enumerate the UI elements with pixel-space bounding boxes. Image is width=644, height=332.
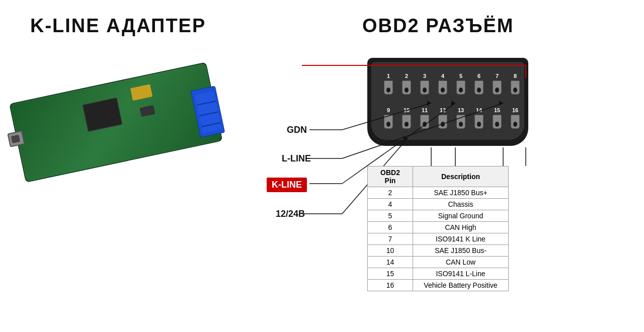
pin-description: Vehicle Battery Positive <box>413 280 509 291</box>
table-row: 16Vehicle Battery Positive <box>368 280 509 291</box>
pin-description: Chassis <box>413 199 509 210</box>
pin-number: 7 <box>368 233 413 245</box>
pin-13: 13 <box>456 107 465 129</box>
table-header-pin: OBD2 Pin <box>368 167 413 187</box>
pin-4: 4 <box>438 73 447 95</box>
table-row: 5Signal Ground <box>368 210 509 222</box>
title-left: K-LINE АДАПТЕР <box>30 15 206 37</box>
pin-description: ISO9141 L-Line <box>413 268 509 280</box>
obd2-connector: 1 2 3 4 5 <box>367 58 543 158</box>
pin-number: 14 <box>368 257 413 268</box>
table-header-desc: Description <box>413 167 509 187</box>
connector-inner: 1 2 3 4 5 <box>371 62 524 140</box>
pin-3: 3 <box>420 73 429 95</box>
pin-16: 16 <box>511 107 520 129</box>
usb-connector <box>7 130 25 147</box>
pin-description: CAN Low <box>413 257 509 268</box>
table-row: 15ISO9141 L-Line <box>368 268 509 280</box>
pin-1: 1 <box>384 73 393 95</box>
pcb-component2 <box>139 105 155 117</box>
pin-11: 11 <box>420 107 429 129</box>
title-right: OBD2 РАЗЪЁМ <box>362 15 514 37</box>
pin-number: 10 <box>368 245 413 257</box>
pin-description: Signal Ground <box>413 210 509 222</box>
pin-description: ISO9141 K Line <box>413 233 509 245</box>
pin-6: 6 <box>474 73 484 95</box>
pin-number: 6 <box>368 222 413 233</box>
terminal-blocks <box>191 86 225 138</box>
pin-description: SAE J1850 Bus- <box>413 245 509 257</box>
label-power: 12/24В <box>276 209 305 219</box>
pcb-chip <box>83 98 123 132</box>
table-row: 14CAN Low <box>368 257 509 268</box>
label-lline: L-LINE <box>282 153 311 164</box>
table-row: 4Chassis <box>368 199 509 210</box>
table-row: 6CAN High <box>368 222 509 233</box>
label-gdn: GDN <box>287 125 307 135</box>
pin-number: 16 <box>368 280 413 291</box>
pcb-board <box>9 62 223 183</box>
label-kline: K-LINE <box>267 178 307 192</box>
pin-row-top: 1 2 3 4 5 <box>375 73 528 95</box>
pin-9: 9 <box>384 107 393 129</box>
pin-10: 10 <box>402 107 411 129</box>
pin-8: 8 <box>511 73 520 95</box>
pin-number: 4 <box>368 199 413 210</box>
pin-number: 2 <box>368 187 413 199</box>
pin-number: 5 <box>368 210 413 222</box>
table-row: 2SAE J1850 Bus+ <box>368 187 509 199</box>
pin-14: 14 <box>474 107 484 129</box>
table-row: 7ISO9141 K Line <box>368 233 509 245</box>
connector-body: 1 2 3 4 5 <box>367 58 528 146</box>
obd2-table: OBD2 Pin Description 2SAE J1850 Bus+4Cha… <box>367 166 509 291</box>
pin-12: 12 <box>438 107 447 129</box>
pcb-component1 <box>130 84 152 101</box>
pin-number: 15 <box>368 268 413 280</box>
pcb-adapter <box>5 39 242 202</box>
pin-7: 7 <box>493 73 502 95</box>
pin-description: SAE J1850 Bus+ <box>413 187 509 199</box>
pin-5: 5 <box>456 73 465 95</box>
pin-2: 2 <box>402 73 411 95</box>
pin-row-bottom: 9 10 11 12 1 <box>375 107 528 129</box>
pin-description: CAN High <box>413 222 509 233</box>
pin-15: 15 <box>493 107 502 129</box>
table-row: 10SAE J1850 Bus- <box>368 245 509 257</box>
main-container: K-LINE АДАПТЕР OBD2 РАЗЪЁМ 1 2 <box>0 0 644 332</box>
